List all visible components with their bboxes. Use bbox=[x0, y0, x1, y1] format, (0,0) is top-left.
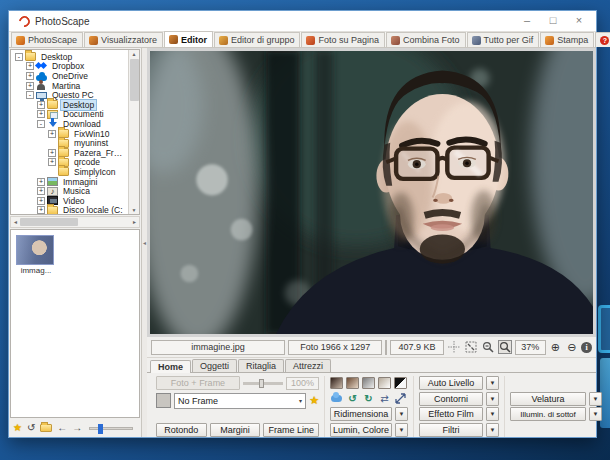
scroll-up-icon[interactable]: ▲ bbox=[132, 51, 137, 57]
tab-ritaglia[interactable]: Ritaglia bbox=[238, 359, 284, 372]
tab-aiuto[interactable]: ?Aiuto bbox=[595, 32, 610, 47]
auto-livello-dropdown[interactable]: ▼ bbox=[486, 376, 499, 390]
expander-icon[interactable]: + bbox=[48, 149, 56, 157]
rotate-ccw-icon[interactable]: ↺ bbox=[346, 393, 359, 405]
expander-icon[interactable]: + bbox=[26, 72, 34, 80]
tree-item-musica[interactable]: +♪Musica bbox=[13, 186, 128, 196]
expander-icon[interactable]: + bbox=[37, 197, 45, 205]
thumbnail-item-selected[interactable]: immag... bbox=[16, 235, 56, 275]
tree-item-fixwin10[interactable]: +FixWin10 bbox=[13, 129, 128, 139]
zoom-out-fit-icon[interactable] bbox=[481, 340, 495, 354]
frame-line-button[interactable]: Frame Line bbox=[263, 423, 319, 437]
tree-vertical-scrollbar[interactable]: ▲ ▼ bbox=[128, 50, 139, 214]
title-bar[interactable]: PhotoScape – □ × bbox=[9, 11, 596, 31]
resize-arrows-icon[interactable] bbox=[394, 393, 407, 405]
zoom-in-icon[interactable]: ⊕ bbox=[549, 341, 562, 354]
illumin-sottofondo-dropdown[interactable]: ▼ bbox=[589, 407, 602, 421]
vignette-swatch-4[interactable] bbox=[378, 377, 391, 389]
rotate-cw-icon[interactable]: ↻ bbox=[362, 393, 375, 405]
expander-icon[interactable]: + bbox=[48, 158, 56, 166]
favorite-frame-star-icon[interactable]: ★ bbox=[309, 394, 319, 407]
tree-item-qrcode[interactable]: +qrcode bbox=[13, 158, 128, 168]
lumin-colore-button[interactable]: Lumin, Colore bbox=[330, 423, 392, 437]
tab-home[interactable]: Home bbox=[150, 360, 191, 373]
rotondo-button[interactable]: Rotondo bbox=[156, 423, 207, 437]
flip-mirror-icon[interactable]: ⇄ bbox=[378, 393, 391, 405]
tab-foto-su-pagina[interactable]: Foto su Pagina bbox=[301, 32, 385, 47]
expander-icon[interactable]: - bbox=[26, 91, 34, 99]
tree-item-desktop[interactable]: +Desktop bbox=[13, 100, 128, 110]
illumin-sottofondo-button[interactable]: Illumin. di sottof bbox=[510, 407, 586, 421]
tree-item-dropbox[interactable]: +Dropbox bbox=[13, 62, 128, 72]
tree-item-onedrive[interactable]: +OneDrive bbox=[13, 71, 128, 81]
slider-thumb[interactable] bbox=[98, 424, 103, 434]
zoom-actual-size-icon[interactable] bbox=[498, 340, 512, 354]
refresh-icon[interactable]: ↺ bbox=[27, 422, 35, 434]
forward-arrow-icon[interactable]: → bbox=[72, 422, 82, 434]
photo-image[interactable] bbox=[150, 51, 593, 334]
close-button[interactable]: × bbox=[566, 12, 592, 30]
fit-to-window-icon[interactable] bbox=[464, 340, 478, 354]
tab-editor[interactable]: Editor bbox=[164, 31, 213, 47]
vignette-swatch-1[interactable] bbox=[330, 377, 343, 389]
expander-icon[interactable]: + bbox=[37, 187, 45, 195]
scrollbar-thumb[interactable] bbox=[130, 59, 139, 101]
tab-editor-di-gruppo[interactable]: Editor di gruppo bbox=[214, 32, 301, 47]
slider-thumb[interactable] bbox=[259, 379, 264, 388]
expander-icon[interactable]: + bbox=[26, 82, 34, 90]
expander-icon[interactable]: + bbox=[37, 110, 45, 118]
margini-button[interactable]: Margini bbox=[210, 423, 261, 437]
lumin-colore-dropdown[interactable]: ▼ bbox=[395, 423, 408, 437]
tree-item-questo-pc[interactable]: -Questo PC bbox=[13, 90, 128, 100]
expander-icon[interactable]: + bbox=[37, 178, 45, 186]
effetto-film-dropdown[interactable]: ▼ bbox=[486, 407, 499, 421]
expander-icon[interactable]: - bbox=[15, 53, 23, 61]
vignette-swatch-2[interactable] bbox=[346, 377, 359, 389]
tab-oggetti[interactable]: Oggetti bbox=[192, 359, 237, 372]
favorites-star-icon[interactable]: ★ bbox=[13, 422, 22, 434]
tree-item-myuninst[interactable]: myuninst bbox=[13, 138, 128, 148]
tab-combina-foto[interactable]: Combina Foto bbox=[386, 32, 466, 47]
scroll-right-icon[interactable]: ► bbox=[132, 219, 137, 225]
tree-item-martina[interactable]: +Martina bbox=[13, 81, 128, 91]
tree-item-immagini[interactable]: +Immagini bbox=[13, 177, 128, 187]
auto-livello-button[interactable]: Auto Livello bbox=[419, 376, 483, 390]
open-folder-icon[interactable] bbox=[40, 424, 52, 432]
frame-select[interactable]: No Frame ▾ bbox=[174, 393, 306, 409]
velatura-button[interactable]: Velatura bbox=[510, 392, 586, 406]
info-icon[interactable]: i bbox=[581, 342, 592, 353]
tree-horizontal-scrollbar[interactable]: ◄ ► bbox=[10, 216, 140, 228]
tab-attrezzi[interactable]: Attrezzi bbox=[285, 359, 331, 372]
scroll-left-icon[interactable]: ◄ bbox=[13, 219, 18, 225]
velatura-dropdown[interactable]: ▼ bbox=[589, 392, 602, 406]
expander-icon[interactable]: + bbox=[37, 101, 45, 109]
thumbnail-size-slider[interactable] bbox=[89, 427, 133, 430]
tab-visualizzatore[interactable]: Visualizzatore bbox=[84, 32, 163, 47]
tab-photoscape[interactable]: PhotoScape bbox=[11, 32, 83, 47]
tab-tutto-per-gif[interactable]: Tutto per Gif bbox=[467, 32, 540, 47]
frame-opacity-slider[interactable] bbox=[243, 382, 283, 385]
tree-item-documenti[interactable]: +Documenti bbox=[13, 110, 128, 120]
zoom-out-icon[interactable]: ⊖ bbox=[565, 341, 578, 354]
contorni-dropdown[interactable]: ▼ bbox=[486, 392, 499, 406]
filtri-button[interactable]: Filtri bbox=[419, 423, 483, 437]
ridimensiona-dropdown[interactable]: ▼ bbox=[395, 407, 408, 421]
contorni-button[interactable]: Contorni bbox=[419, 392, 483, 406]
scrollbar-thumb[interactable] bbox=[20, 218, 78, 226]
ridimensiona-button[interactable]: Ridimensiona bbox=[330, 407, 392, 421]
thumbnail-image[interactable] bbox=[16, 235, 54, 265]
expander-icon[interactable]: - bbox=[37, 120, 45, 128]
move-tool-icon[interactable] bbox=[447, 340, 461, 354]
back-arrow-icon[interactable]: ← bbox=[57, 422, 67, 434]
effetto-film-button[interactable]: Effetto Film bbox=[419, 407, 483, 421]
tree-item-desktop-root[interactable]: -Desktop bbox=[13, 52, 128, 62]
contrast-swatch[interactable] bbox=[394, 377, 407, 389]
minimize-button[interactable]: – bbox=[514, 12, 540, 30]
tree-item-download[interactable]: -Download bbox=[13, 119, 128, 129]
tree-item-simplyicon[interactable]: SimplyIcon bbox=[13, 167, 128, 177]
filtri-dropdown[interactable]: ▼ bbox=[486, 423, 499, 437]
expander-icon[interactable]: + bbox=[26, 62, 34, 70]
blur-tool-icon[interactable] bbox=[330, 393, 343, 405]
tree-item-pazera[interactable]: +Pazera_Free... bbox=[13, 148, 128, 158]
maximize-button[interactable]: □ bbox=[540, 12, 566, 30]
